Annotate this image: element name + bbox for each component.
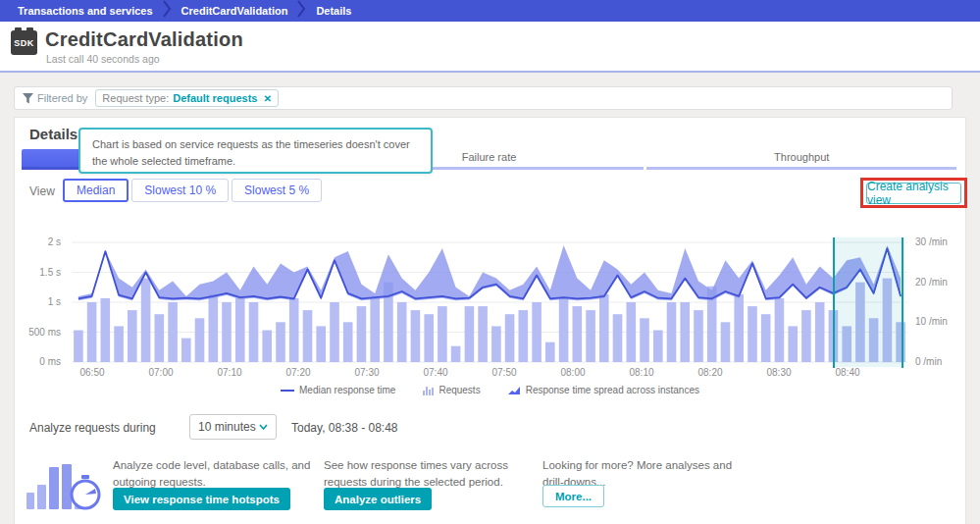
- svg-text:0 /min: 0 /min: [915, 356, 942, 367]
- timeframe-dropdown-value: 10 minutes: [198, 420, 256, 434]
- breadcrumb-chevron-icon: [163, 0, 172, 24]
- svg-text:1.5 s: 1.5 s: [39, 267, 61, 278]
- filter-tag-key: Request type:: [102, 92, 169, 104]
- svg-text:07:00: 07:00: [148, 367, 173, 378]
- view-option-median[interactable]: Median: [63, 179, 129, 202]
- chevron-down-icon: [259, 424, 268, 430]
- response-time-chart[interactable]: 0 ms500 ms1 s1.5 s2 s0 /min10 /min20 /mi…: [0, 232, 980, 383]
- line-swatch-icon: [281, 390, 294, 392]
- svg-text:08:30: 08:30: [766, 367, 791, 378]
- hotspots-description: Analyze code level, database calls, and …: [113, 457, 325, 492]
- svg-text:10 /min: 10 /min: [915, 316, 948, 327]
- svg-text:1 s: 1 s: [48, 296, 61, 307]
- bars-swatch-icon: [423, 386, 434, 395]
- tab-throughput[interactable]: Throughput: [646, 149, 956, 170]
- svg-text:06:50: 06:50: [79, 367, 104, 378]
- svg-text:20 /min: 20 /min: [915, 277, 948, 288]
- view-option-slowest5[interactable]: Slowest 5 %: [232, 179, 322, 202]
- breadcrumb-item-transactions[interactable]: Transactions and services: [8, 5, 163, 17]
- svg-text:07:40: 07:40: [423, 367, 447, 378]
- breadcrumb-chevron-icon: [297, 0, 306, 24]
- analyze-requests-label: Analyze requests during: [29, 421, 156, 435]
- legend-response-time-spread[interactable]: Response time spread across instances: [508, 385, 699, 395]
- view-option-slowest10[interactable]: Slowest 10 %: [131, 179, 229, 202]
- filter-tag-value: Default requests: [173, 92, 257, 104]
- svg-text:08:20: 08:20: [697, 367, 722, 378]
- legend-requests[interactable]: Requests: [423, 385, 480, 395]
- svg-text:500 ms: 500 ms: [28, 327, 61, 338]
- timeframe-dropdown[interactable]: 10 minutes: [189, 414, 277, 440]
- svg-text:08:10: 08:10: [629, 367, 653, 378]
- filter-label: Filtered by: [37, 92, 87, 104]
- svg-text:30 /min: 30 /min: [915, 236, 948, 247]
- svg-text:08:00: 08:00: [560, 367, 585, 378]
- outliers-description: See how response times vary across reque…: [324, 457, 532, 492]
- legend-label: Response time spread across instances: [526, 385, 699, 395]
- chart-info-tooltip: Chart is based on service requests as th…: [78, 128, 433, 174]
- analyze-outliers-button[interactable]: Analyze outliers: [324, 488, 432, 510]
- svg-text:07:30: 07:30: [354, 367, 379, 378]
- svg-text:2 s: 2 s: [48, 236, 61, 247]
- svg-text:0 ms: 0 ms: [39, 356, 61, 367]
- legend-label: Median response time: [299, 385, 395, 395]
- filter-tag-close-icon[interactable]: ✕: [263, 93, 271, 104]
- more-button[interactable]: More...: [542, 485, 604, 507]
- legend-label: Requests: [438, 385, 480, 395]
- details-section-title: Details: [29, 126, 77, 142]
- filter-bar: Filtered by Request type: Default reques…: [14, 86, 953, 110]
- hotspots-stopwatch-icon: [25, 455, 101, 516]
- selected-timeframe-label: Today, 08:38 - 08:48: [291, 421, 398, 435]
- header-divider: [0, 71, 980, 73]
- filter-tag-request-type[interactable]: Request type: Default requests ✕: [95, 89, 278, 107]
- filter-funnel-icon: [23, 93, 33, 104]
- svg-text:07:50: 07:50: [491, 367, 516, 378]
- view-response-time-hotspots-button[interactable]: View response time hotspots: [113, 488, 290, 510]
- svg-text:07:20: 07:20: [285, 367, 310, 378]
- view-label: View: [29, 184, 55, 198]
- view-segmented-control: Median Slowest 10 % Slowest 5 %: [63, 179, 325, 202]
- svg-text:07:10: 07:10: [217, 367, 241, 378]
- last-call-timestamp: Last call 40 seconds ago: [46, 53, 160, 65]
- service-details-page: { "breadcrumb": { "items": ["Transaction…: [0, 0, 980, 524]
- chart-legend: Median response time Requests Response t…: [0, 385, 980, 395]
- sdk-service-icon: SDK: [11, 30, 37, 55]
- breadcrumb: Transactions and services CreditCardVali…: [0, 0, 980, 22]
- create-analysis-view-button[interactable]: Create analysis view: [866, 183, 961, 204]
- breadcrumb-item-service[interactable]: CreditCardValidation: [172, 5, 298, 17]
- page-title: CreditCardValidation: [45, 28, 243, 51]
- breadcrumb-item-details[interactable]: Details: [306, 5, 361, 17]
- page-header: SDK CreditCardValidation Last call 40 se…: [0, 22, 980, 71]
- area-swatch-icon: [508, 386, 521, 395]
- legend-median-response-time[interactable]: Median response time: [281, 385, 395, 395]
- svg-text:08:40: 08:40: [835, 367, 859, 378]
